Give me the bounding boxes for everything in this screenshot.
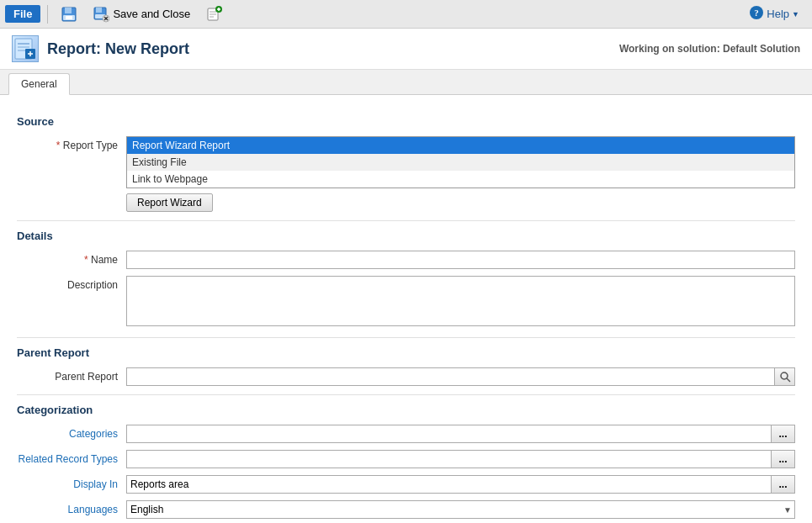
help-dropdown-arrow: ▼ <box>792 10 799 18</box>
categories-input[interactable] <box>126 425 772 443</box>
details-section-header: Details <box>17 230 795 242</box>
new-record-icon <box>205 6 222 23</box>
description-textarea[interactable] <box>126 276 795 326</box>
help-icon: ? <box>749 5 764 23</box>
languages-label: Languages <box>17 500 126 515</box>
description-row: Description <box>17 276 795 329</box>
report-type-option-1[interactable]: Existing File <box>127 154 794 171</box>
save-and-close-icon <box>93 6 109 23</box>
svg-point-26 <box>781 372 788 379</box>
lookup-icon <box>779 371 791 383</box>
description-control <box>126 276 795 329</box>
parent-report-control <box>126 367 795 386</box>
svg-rect-1 <box>65 8 72 13</box>
parent-report-input[interactable] <box>126 367 775 386</box>
display-in-row: Display In ... <box>17 475 795 494</box>
save-button[interactable] <box>55 3 83 25</box>
svg-rect-5 <box>96 8 102 13</box>
page-icon <box>12 35 39 62</box>
name-row: Name <box>17 251 795 269</box>
solution-text: Working on solution: Default Solution <box>619 43 800 55</box>
related-record-types-wrapper: ... <box>126 450 795 468</box>
related-record-types-input[interactable] <box>126 450 772 468</box>
help-button[interactable]: ? Help ▼ <box>741 3 807 25</box>
parent-report-section-header: Parent Report <box>17 346 795 359</box>
title-area: Report: New Report <box>12 35 189 62</box>
save-and-close-button[interactable]: Save and Close <box>87 3 196 25</box>
languages-select[interactable]: English French German Spanish <box>126 500 795 519</box>
display-in-control: ... <box>126 475 795 494</box>
file-button[interactable]: File <box>5 5 40 23</box>
display-in-label: Display In <box>17 475 126 490</box>
divider-1 <box>17 220 795 221</box>
report-type-row: Report Type Report Wizard Report Existin… <box>17 136 795 212</box>
save-and-close-label: Save and Close <box>113 8 190 20</box>
source-section-header: Source <box>17 115 795 128</box>
svg-rect-3 <box>66 16 72 19</box>
display-in-wrapper: ... <box>126 475 795 494</box>
report-wizard-button[interactable]: Report Wizard <box>126 193 213 212</box>
divider-3 <box>17 394 795 395</box>
categories-control: ... <box>126 425 795 443</box>
parent-report-lookup-button[interactable] <box>775 367 795 386</box>
name-input[interactable] <box>126 251 795 269</box>
svg-line-27 <box>787 378 790 382</box>
tab-general[interactable]: General <box>8 73 70 95</box>
categories-row: Categories ... <box>17 425 795 443</box>
related-record-types-control: ... <box>126 450 795 468</box>
form-area: Source Report Type Report Wizard Report … <box>0 95 812 523</box>
parent-report-label: Parent Report <box>17 367 126 383</box>
categorization-section-header: Categorization <box>17 404 795 416</box>
report-type-control: Report Wizard Report Existing File Link … <box>126 136 795 212</box>
related-record-types-row: Related Record Types ... <box>17 450 795 468</box>
categories-wrapper: ... <box>126 425 795 443</box>
report-type-option-0[interactable]: Report Wizard Report <box>127 137 794 154</box>
save-icon <box>61 6 77 23</box>
page-title: Report: New Report <box>47 40 189 58</box>
related-record-types-ellipsis-button[interactable]: ... <box>772 450 795 468</box>
tabs-bar: General <box>0 70 812 95</box>
name-control <box>126 251 795 269</box>
description-label: Description <box>17 276 126 291</box>
name-label: Name <box>17 251 126 266</box>
categories-label: Categories <box>17 425 126 440</box>
parent-report-lookup <box>126 367 795 386</box>
languages-row: Languages English French German Spanish … <box>17 500 795 519</box>
svg-text:?: ? <box>755 8 760 18</box>
languages-select-wrapper: English French German Spanish ▼ <box>126 500 795 519</box>
report-type-list[interactable]: Report Wizard Report Existing File Link … <box>126 136 795 188</box>
report-type-label: Report Type <box>17 136 126 151</box>
display-in-ellipsis-button[interactable]: ... <box>772 475 795 494</box>
related-record-types-label: Related Record Types <box>17 450 126 465</box>
display-in-input[interactable] <box>126 475 772 494</box>
toolbar: File Save and Close <box>0 0 812 29</box>
parent-report-row: Parent Report <box>17 367 795 386</box>
divider-2 <box>17 337 795 338</box>
new-record-button[interactable] <box>199 3 228 25</box>
page-header: Report: New Report Working on solution: … <box>0 29 812 70</box>
languages-control: English French German Spanish ▼ <box>126 500 795 519</box>
help-label: Help <box>767 8 789 20</box>
report-type-option-2[interactable]: Link to Webpage <box>127 171 794 188</box>
categories-ellipsis-button[interactable]: ... <box>772 425 795 443</box>
